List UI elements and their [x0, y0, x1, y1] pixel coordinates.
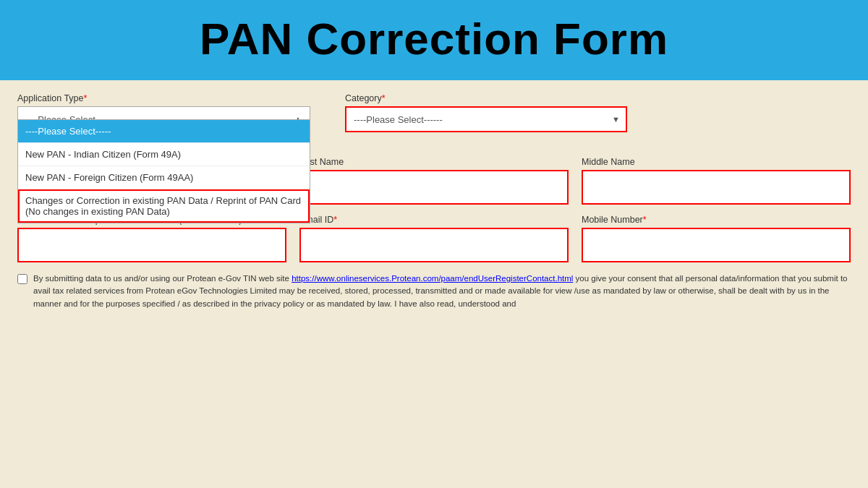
application-type-group: Application Type* ----Please Select-----… — [17, 93, 310, 132]
category-label: Category* — [345, 93, 627, 103]
application-type-label: Application Type* — [17, 93, 310, 103]
consent-row: By submitting data to us and/or using ou… — [17, 273, 851, 310]
application-type-dropdown: ----Please Select----- New PAN - Indian … — [17, 119, 310, 223]
middle-name-group: Middle Name — [582, 157, 851, 205]
consent-link[interactable]: https://www.onlineservices.Protean.com/p… — [292, 274, 573, 283]
mobile-input[interactable] — [582, 228, 851, 262]
first-name-input[interactable] — [299, 170, 569, 205]
email-label: Email ID* — [299, 215, 569, 225]
dropdown-item-correction[interactable]: Changes or Correction in existing PAN Da… — [18, 189, 310, 223]
category-select-wrapper: ----Please Select------ — [345, 106, 627, 132]
middle-name-input[interactable] — [582, 170, 851, 205]
page-header: PAN Correction Form — [0, 0, 868, 80]
page-title: PAN Correction Form — [0, 13, 868, 64]
dropdown-item-select[interactable]: ----Please Select----- — [18, 120, 310, 143]
mobile-group: Mobile Number* — [582, 215, 851, 262]
consent-checkbox[interactable] — [17, 274, 27, 284]
first-name-label: First Name — [299, 157, 569, 167]
dob-input[interactable] — [17, 228, 286, 262]
email-input[interactable] — [299, 228, 569, 262]
category-select[interactable]: ----Please Select------ — [345, 106, 627, 132]
consent-text: By submitting data to us and/or using ou… — [33, 273, 851, 310]
form-area: Application Type* ----Please Select-----… — [0, 80, 868, 319]
email-group: Email ID* — [299, 215, 569, 262]
dropdown-item-49a[interactable]: New PAN - Indian Citizen (Form 49A) — [18, 143, 310, 166]
row-app-type-category: Application Type* ----Please Select-----… — [17, 93, 851, 132]
category-group: Category* ----Please Select------ — [345, 93, 627, 132]
mobile-label: Mobile Number* — [582, 215, 851, 225]
middle-name-label: Middle Name — [582, 157, 851, 167]
first-name-group: First Name — [299, 157, 569, 205]
dropdown-item-49aa[interactable]: New PAN - Foreign Citizen (Form 49AA) — [18, 166, 310, 189]
